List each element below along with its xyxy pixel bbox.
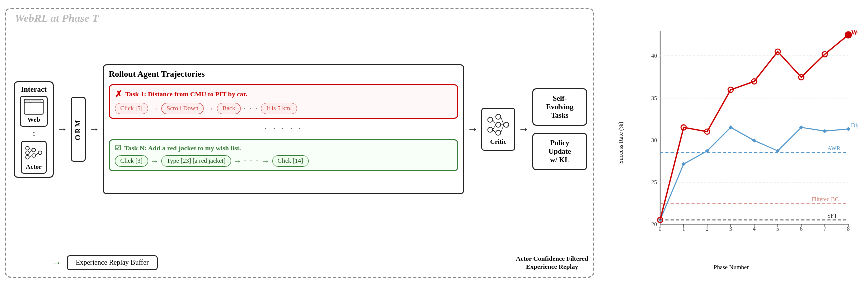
stepN-click3: Click [3] [115,156,148,167]
stepN-click14: Click [14] [272,156,309,167]
svg-point-17 [488,118,493,122]
svg-marker-69 [752,138,756,142]
svg-point-8 [32,148,35,152]
interact-arrow-up: ↕ [32,130,36,138]
step-back: Back [217,103,241,114]
trajectories-title: Rollout Agent Trajectories [109,70,458,80]
task1-steps: Click [5] → Scroll Down → Back · · · It … [115,103,452,114]
arrowN3: → [262,157,270,166]
bottom-area: → Experience Replay Buffer Actor Confide… [51,255,588,271]
orm-box: ORM [71,97,86,162]
svg-text:35: 35 [651,96,657,102]
dotsN: · · · [244,157,259,166]
policy-update-box: PolicyUpdatew/ KL [532,133,587,170]
task1-row: ✗ Task 1: Distance from CMU to PIT by ca… [109,84,458,119]
svg-marker-66 [682,162,686,166]
dots1: · · · [243,104,258,114]
svg-text:1: 1 [682,226,685,232]
arrow-orm-traj: → [89,123,100,136]
critic-box: Critic [481,108,515,151]
svg-line-24 [493,120,496,125]
svg-marker-73 [846,127,850,131]
main-container: WebRL at Phase T Interact Web ↕ [5,5,863,281]
diagram: WebRL at Phase T Interact Web ↕ [5,8,594,278]
svg-text:SFT: SFT [827,213,837,219]
svg-text:40: 40 [651,53,657,59]
green-arrow-bottom: → [51,256,62,270]
svg-point-7 [26,156,29,159]
arrow-traj-critic: → [467,123,478,136]
svg-text:7: 7 [823,226,826,232]
taskN-row: ☑ Task N: Add a red jacket to my wish li… [109,140,458,172]
arrow2: → [206,104,214,114]
svg-point-18 [488,128,493,132]
svg-text:25: 25 [651,180,657,186]
chart-area: Success Rate (%) Phase Number 20 25 30 3… [599,10,863,276]
stepN-type: Type [23] [a red jacket] [161,156,231,167]
taskN-steps: Click [3] → Type [23] [a red jacket] → ·… [115,156,452,167]
step-click5: Click [5] [115,103,148,114]
svg-text:30: 30 [651,138,657,144]
svg-line-12 [29,150,32,152]
svg-point-22 [504,122,509,128]
svg-text:3: 3 [729,226,732,232]
svg-point-9 [32,154,35,157]
web-box: Web [20,96,48,127]
actor-confidence-text: Actor Confidence Filtered Experience Rep… [516,255,588,271]
web-label: Web [27,116,40,124]
diagram-title: WebRL at Phase T [15,12,99,25]
svg-text:2: 2 [706,226,709,232]
svg-point-20 [496,122,501,128]
arrowN2: → [234,157,242,166]
svg-point-21 [496,130,501,136]
arrow1: → [151,104,159,114]
svg-line-23 [493,117,496,120]
svg-line-16 [36,153,38,156]
interact-box: Interact Web ↕ [14,82,54,178]
chart-svg: 20 25 30 35 40 0 1 2 3 4 5 6 7 8 [629,20,858,250]
svg-marker-72 [823,129,827,133]
x-axis-label: Phase Number [714,264,749,272]
svg-text:WebRL: WebRL [851,29,858,36]
arrow-interact-orm: → [57,123,68,136]
svg-rect-2 [26,100,30,102]
svg-line-25 [493,125,496,130]
svg-text:AWR: AWR [827,146,840,152]
svg-point-6 [26,151,29,154]
actor-label: Actor [26,163,42,171]
svg-line-26 [493,130,496,133]
critic-label: Critic [490,138,506,146]
fail-mark: ✗ [115,89,122,100]
svg-text:20: 20 [651,222,657,228]
svg-text:DigiRL: DigiRL [851,122,858,129]
svg-line-29 [501,125,504,133]
step-scrolldown: Scroll Down [161,103,204,114]
svg-text:Filtered BC: Filtered BC [812,196,839,202]
svg-text:8: 8 [847,226,850,232]
svg-text:6: 6 [800,226,803,232]
svg-point-19 [496,114,501,120]
svg-line-14 [29,156,32,158]
svg-point-5 [26,146,29,150]
right-boxes: Self-EvolvingTasks PolicyUpdatew/ KL [532,88,587,170]
svg-line-13 [29,153,32,156]
between-tasks-dots: · · · · · [109,124,458,134]
trajectories-area: Rollout Agent Trajectories ✗ Task 1: Dis… [103,64,464,194]
y-axis-label: Success Rate (%) [617,122,625,164]
taskN-label: ☑ Task N: Add a red jacket to my wish li… [115,144,452,152]
svg-rect-4 [31,100,41,102]
arrowN1: → [151,157,159,166]
arrow-critic-right: → [518,123,529,136]
svg-line-27 [501,117,504,125]
interact-title: Interact [21,86,47,94]
svg-point-10 [38,151,42,154]
svg-line-11 [29,148,32,150]
orm-label: ORM [74,118,82,140]
replay-buffer-box: Experience Replay Buffer [67,256,158,270]
task1-label: ✗ Task 1: Distance from CMU to PIT by ca… [115,89,452,100]
svg-text:0: 0 [659,226,662,232]
svg-text:5: 5 [776,226,779,232]
check-mark: ☑ [115,144,121,152]
step-answer: It is 5 km. [261,103,297,114]
actor-box: Actor [21,141,47,174]
